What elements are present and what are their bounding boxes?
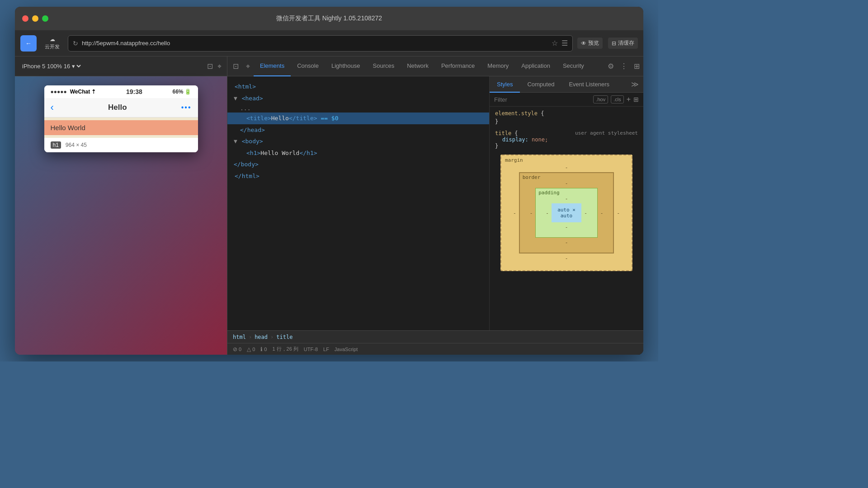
tab-application-label: Application [521, 62, 550, 69]
toolbar-right: 👁 预览 ⊟ 清缓存 [577, 38, 638, 49]
battery-icon: 🔋 [184, 89, 191, 95]
tab-security-label: Security [563, 62, 584, 69]
breadcrumb-title[interactable]: title [276, 334, 292, 340]
padding-middle-row: - auto × auto - [543, 203, 590, 222]
devtools-inspect-icon[interactable]: ⊡ [229, 62, 242, 70]
cloud-dev-button[interactable]: ☁ 云开发 [41, 34, 63, 52]
tree-html[interactable]: <html> [227, 81, 489, 93]
bookmark-icon[interactable]: ☰ [561, 39, 568, 47]
styles-content: element.style { } title { user agent sty… [490, 107, 643, 330]
padding-top: - [543, 196, 590, 202]
breadcrumb-html[interactable]: html [233, 334, 246, 340]
breadcrumb-head[interactable]: head [255, 334, 268, 340]
warning-icon: △ [247, 346, 251, 352]
tab-network-label: Network [407, 62, 429, 69]
tab-sources-label: Sources [373, 62, 395, 69]
tab-lighthouse[interactable]: Lighthouse [325, 56, 367, 76]
box-model-content: auto × auto [552, 203, 581, 222]
cloud-label: 云开发 [45, 43, 60, 50]
box-model-border-box: border - - padding - [519, 172, 614, 253]
tree-html-close[interactable]: </html> [227, 170, 489, 182]
margin-middle-row: - border - - padding - [510, 172, 623, 253]
tree-head[interactable]: ▼ <head> [227, 93, 489, 104]
preview-label: 预览 [588, 39, 599, 47]
error-number: 0 [239, 347, 241, 352]
breadcrumb: html › head › title [227, 330, 643, 343]
border-middle-row: - padding - - auto × au [527, 188, 606, 238]
titlebar: 微信开发者工具 Nightly 1.05.2108272 [15, 7, 643, 30]
styles-tab-event-listeners[interactable]: Event Listeners [561, 76, 617, 93]
cls-toggle[interactable]: .cls [611, 95, 624, 103]
toolbar: ← ☁ 云开发 ↻ ☆ ☰ 👁 预览 ⊟ 清缓存 [15, 30, 643, 56]
tree-body-close[interactable]: </body> [227, 159, 489, 170]
tab-elements[interactable]: Elements [254, 56, 291, 76]
preview-button[interactable]: 👁 预览 [577, 38, 603, 49]
maximize-button[interactable] [42, 15, 48, 22]
phone-back-button[interactable]: ‹ [51, 102, 54, 113]
line-ending: LF [323, 347, 329, 352]
margin-label: margin [505, 157, 523, 163]
styles-filter-bar: .hov .cls + ⊞ [490, 93, 643, 107]
tab-application[interactable]: Application [515, 56, 557, 76]
battery-area: 66% 🔋 [172, 89, 191, 95]
padding-bottom: - [543, 224, 590, 230]
star-icon[interactable]: ☆ [552, 39, 558, 47]
settings-icon[interactable]: ⚙ [606, 60, 616, 72]
more-icon[interactable]: ⋮ [618, 60, 629, 72]
tab-console-label: Console [297, 62, 319, 69]
add-style-button[interactable]: + [627, 95, 631, 103]
padding-left: - [543, 209, 552, 217]
warning-count: △ 0 [247, 346, 255, 352]
hover-toggle[interactable]: .hov [593, 95, 608, 103]
wifi-signal: ⇡ [91, 89, 96, 95]
styles-tab-more[interactable]: ≫ [627, 76, 643, 92]
phone-frame-area: ●●●●● WeChat ⇡ 19:38 66% 🔋 ‹ Hello [15, 76, 227, 355]
devtools-pointer-icon[interactable]: ⌖ [242, 62, 254, 70]
info-number: 0 [264, 347, 267, 352]
device-selector[interactable]: iPhone 5 100% 16 ▾ [20, 62, 82, 70]
styles-tab-styles[interactable]: Styles [490, 76, 520, 93]
inspect-icon[interactable]: ⊡ [207, 62, 213, 70]
tab-memory-label: Memory [487, 62, 509, 69]
title-close: } [495, 143, 638, 149]
signal-area: ●●●●● WeChat ⇡ [51, 89, 96, 95]
window-title: 微信开发者工具 Nightly 1.05.2108272 [276, 14, 382, 23]
tree-head-close[interactable]: </head> [227, 124, 489, 136]
padding-label: padding [538, 190, 559, 196]
box-model-padding-box: padding - - auto × auto [535, 188, 598, 238]
tab-security[interactable]: Security [557, 56, 590, 76]
tab-memory[interactable]: Memory [481, 56, 515, 76]
error-icon: ⊘ [233, 346, 237, 352]
phone-more-button[interactable]: ••• [181, 103, 192, 112]
back-button[interactable]: ← [20, 35, 37, 52]
tree-h1[interactable]: <h1>Hello World</h1> [227, 147, 489, 159]
reload-icon[interactable]: ↻ [73, 40, 78, 47]
expand-icon[interactable]: ⊞ [633, 96, 639, 103]
padding-right: - [581, 209, 590, 217]
margin-top: - [510, 164, 623, 170]
undock-icon[interactable]: ⊞ [632, 60, 642, 72]
tab-performance[interactable]: Performance [435, 56, 481, 76]
tab-console[interactable]: Console [291, 56, 325, 76]
tab-network[interactable]: Network [401, 56, 435, 76]
language: JavaScript [335, 347, 358, 352]
border-left: - [527, 209, 536, 217]
tree-title-selected[interactable]: <title>Hello</title> == $0 [227, 113, 489, 124]
tab-sources[interactable]: Sources [367, 56, 401, 76]
pointer-icon[interactable]: ⌖ [217, 62, 222, 70]
close-button[interactable] [22, 15, 28, 22]
layers-icon: ⊟ [612, 40, 616, 47]
html-tree[interactable]: <html> ▼ <head> ... <title>Hello</title>… [227, 76, 490, 330]
tab-performance-label: Performance [441, 62, 475, 69]
clear-cache-button[interactable]: ⊟ 清缓存 [608, 38, 638, 49]
address-bar[interactable]: ↻ ☆ ☰ [68, 35, 573, 52]
tab-elements-label: Elements [260, 62, 284, 69]
minimize-button[interactable] [32, 15, 38, 22]
url-input[interactable] [82, 40, 548, 47]
devtools-content: <html> ▼ <head> ... <title>Hello</title>… [227, 76, 643, 330]
phone-status-bar: ●●●●● WeChat ⇡ 19:38 66% 🔋 [44, 85, 198, 98]
styles-tab-computed[interactable]: Computed [520, 76, 561, 93]
tree-body[interactable]: ▼ <body> [227, 136, 489, 147]
styles-filter-input[interactable] [494, 96, 590, 103]
window-controls [22, 15, 48, 22]
